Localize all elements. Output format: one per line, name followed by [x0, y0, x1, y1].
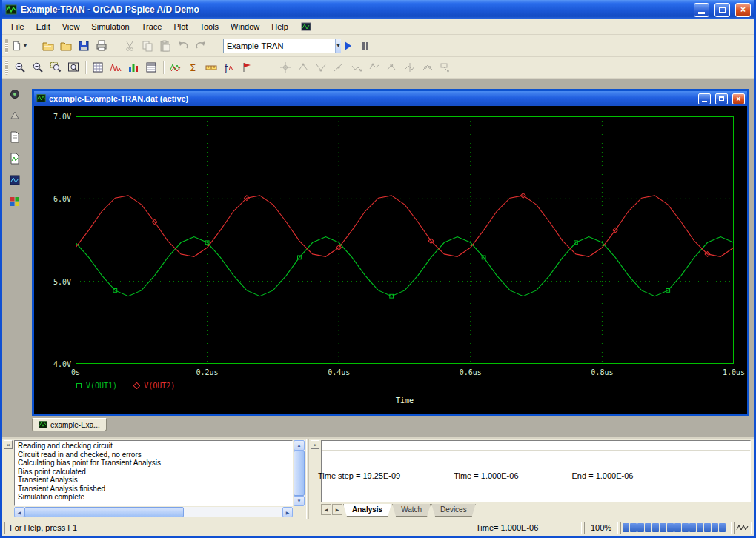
- open-simulation-button[interactable]: [39, 37, 57, 54]
- application-window: Example-TRAN - OrCAD PSpice A/D Demo × F…: [0, 0, 756, 538]
- cursor-peak-button[interactable]: [294, 59, 312, 76]
- plot-legend: V(OUT1)V(OUT2): [76, 382, 175, 390]
- print-button[interactable]: [93, 37, 110, 54]
- menu-trace[interactable]: Trace: [136, 20, 168, 33]
- tab-scroll-left-icon[interactable]: ◀: [321, 504, 331, 515]
- menu-help[interactable]: Help: [265, 20, 294, 33]
- zoom-area-button[interactable]: [47, 59, 64, 76]
- new-dropdown-icon[interactable]: ▼: [22, 42, 28, 49]
- output-horizontal-scrollbar[interactable]: ◀ ▶: [14, 507, 293, 517]
- output-vertical-scrollbar[interactable]: ▲ ▼: [294, 440, 305, 506]
- open-button[interactable]: [57, 37, 75, 54]
- tab-watch[interactable]: Watch: [392, 504, 431, 517]
- save-button[interactable]: [75, 37, 93, 54]
- run-button[interactable]: [339, 37, 357, 54]
- menu-edit[interactable]: Edit: [30, 20, 56, 33]
- scroll-up-icon[interactable]: ▲: [294, 440, 305, 451]
- waveform-icon: [734, 522, 752, 534]
- pause-button[interactable]: [357, 37, 374, 54]
- measurement-button[interactable]: [202, 59, 220, 76]
- view-circuit-file-button[interactable]: [6, 86, 24, 102]
- document-tab[interactable]: example-Exa...: [32, 418, 107, 431]
- mark-data-point-button[interactable]: [419, 59, 437, 76]
- redo-button[interactable]: [192, 37, 210, 54]
- child-window-icon: [36, 93, 46, 104]
- probe-toolbar-drag-handle[interactable]: [5, 60, 8, 75]
- plot-canvas[interactable]: [76, 116, 734, 364]
- child-minimize-button[interactable]: [698, 93, 711, 104]
- horizontal-scroll-thumb[interactable]: [24, 507, 184, 517]
- x-tick-label: 0.8us: [591, 368, 613, 376]
- copy-button[interactable]: [139, 37, 156, 54]
- legend-item[interactable]: V(OUT1): [76, 382, 117, 390]
- left-toolbar: [2, 79, 27, 437]
- output-close-button[interactable]: ×: [4, 440, 13, 449]
- menu-window[interactable]: Window: [225, 20, 265, 33]
- menu-tools[interactable]: Tools: [193, 20, 225, 33]
- view-simulation-results-button[interactable]: [6, 172, 24, 188]
- bottom-panels: × Reading and checking circuit Circuit r…: [2, 437, 754, 519]
- paste-button[interactable]: [156, 37, 174, 54]
- scroll-track[interactable]: [184, 507, 282, 517]
- scroll-right-icon[interactable]: ▶: [282, 507, 293, 517]
- status-bar: For Help, press F1 Time= 1.000E-06 100%: [2, 519, 754, 536]
- undo-button[interactable]: [174, 37, 192, 54]
- simulation-profile-input[interactable]: [224, 41, 335, 50]
- x-tick-label: 0s: [71, 368, 80, 376]
- new-button[interactable]: ▼: [11, 37, 29, 54]
- evaluate-measurement-button[interactable]: Σ: [185, 59, 202, 76]
- toolbar-drag-handle[interactable]: [5, 39, 8, 53]
- cursor-point-button[interactable]: [383, 59, 401, 76]
- label-point-button[interactable]: [437, 59, 454, 76]
- cursor-max-button[interactable]: [365, 59, 383, 76]
- cut-button[interactable]: [121, 37, 139, 54]
- status-progress-bar: [620, 522, 732, 534]
- cursor-search-button[interactable]: [401, 59, 419, 76]
- view-output-file-button[interactable]: [6, 129, 24, 145]
- child-minimize-icon: [702, 101, 707, 102]
- cursor-slope-button[interactable]: [330, 59, 348, 76]
- tab-devices[interactable]: Devices: [431, 504, 476, 517]
- tab-scroll-right-icon[interactable]: ▶: [332, 504, 342, 515]
- child-close-button[interactable]: ×: [732, 93, 745, 104]
- menu-view[interactable]: View: [56, 20, 86, 33]
- tab-analysis[interactable]: Analysis: [343, 504, 391, 517]
- performance-analysis-button[interactable]: [125, 59, 142, 76]
- context-help-icon[interactable]: [299, 20, 314, 33]
- zoom-in-button[interactable]: [11, 59, 29, 76]
- cursor-trough-button[interactable]: [312, 59, 330, 76]
- scroll-down-icon[interactable]: ▼: [294, 496, 305, 506]
- output-log-line: Calculating bias point for Transient Ana…: [18, 459, 289, 468]
- cursor-min-button[interactable]: [348, 59, 365, 76]
- view-simulation-messages-button[interactable]: [6, 193, 24, 210]
- child-restore-button[interactable]: [715, 93, 728, 104]
- legend-item[interactable]: V(OUT2): [133, 382, 175, 390]
- plot-settings-button[interactable]: [89, 59, 107, 76]
- zoom-fit-button[interactable]: [64, 59, 82, 76]
- view-simulation-queue-button[interactable]: [6, 107, 24, 124]
- menu-file[interactable]: File: [5, 20, 30, 33]
- output-log-list[interactable]: Reading and checking circuit Circuit rea…: [14, 440, 293, 506]
- maximize-button[interactable]: [714, 3, 730, 17]
- x-tick-label: 0.2us: [196, 368, 219, 376]
- maximize-icon: [719, 7, 726, 13]
- cursor-toggle-button[interactable]: [276, 59, 294, 76]
- fft-button[interactable]: [107, 59, 125, 76]
- minimize-button[interactable]: [694, 3, 709, 17]
- simulation-status-close-button[interactable]: ×: [311, 440, 319, 449]
- zoom-out-button[interactable]: [29, 59, 47, 76]
- menu-plot[interactable]: Plot: [168, 20, 193, 33]
- simulation-profile-combobox[interactable]: ▼: [223, 39, 336, 53]
- close-button[interactable]: ×: [735, 3, 751, 17]
- scroll-left-icon[interactable]: ◀: [14, 507, 24, 517]
- add-trace-button[interactable]: [167, 59, 185, 76]
- y-tick-label: 5.0V: [39, 278, 71, 286]
- view-data-file-button[interactable]: [6, 150, 24, 167]
- vertical-scroll-thumb[interactable]: [294, 451, 305, 496]
- data-table-button[interactable]: [142, 59, 160, 76]
- goal-function-button[interactable]: [238, 59, 256, 76]
- simulation-status-window: × Time step = 19.25E-09 Time = 1.000E-06…: [309, 439, 754, 519]
- macros-button[interactable]: ƒ: [220, 59, 238, 76]
- menu-simulation[interactable]: Simulation: [85, 20, 135, 33]
- document-tab-icon: [39, 420, 47, 429]
